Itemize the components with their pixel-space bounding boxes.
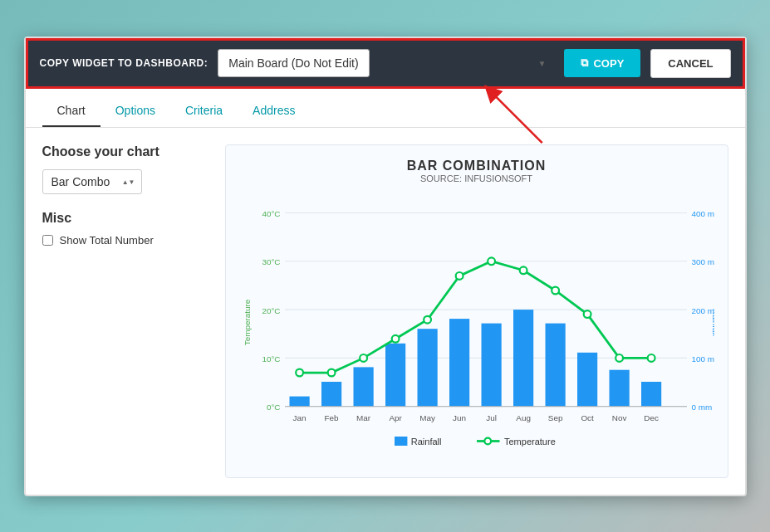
svg-text:Temperature: Temperature [243,299,252,345]
svg-text:May: May [419,413,435,422]
cancel-button[interactable]: CANCEL [650,49,730,78]
svg-point-30 [296,368,303,376]
dashboard-select-wrapper: Main Board (Do Not Edit) Secondary Board… [218,49,554,77]
tab-criteria[interactable]: Criteria [170,95,238,127]
choose-chart-title: Choose your chart [42,144,208,159]
tab-chart[interactable]: Chart [42,95,101,127]
svg-text:Rainfall: Rainfall [710,308,714,335]
chart-subtitle: SOURCE: INFUSIONSOFT [239,173,714,183]
svg-text:Jul: Jul [486,413,497,422]
svg-text:400 mm: 400 mm [691,208,714,217]
main-content: Choose your chart Bar Combo Line Pie Bar… [26,128,745,495]
svg-text:Temperature: Temperature [504,436,556,446]
svg-text:Dec: Dec [644,413,659,422]
svg-rect-25 [513,310,533,407]
copy-button[interactable]: ⧉ COPY [564,49,640,77]
svg-point-32 [360,354,367,362]
svg-text:Sep: Sep [547,413,562,422]
svg-rect-28 [609,369,629,406]
left-panel: Choose your chart Bar Combo Line Pie Bar… [42,144,208,478]
chart-area: BAR COMBINATION SOURCE: INFUSIONSOFT 40°… [225,144,728,478]
svg-rect-21 [385,343,405,406]
svg-point-58 [484,437,491,444]
bar-combo-chart: 40°C 30°C 20°C 10°C 0°C 400 mm 300 mm 20… [239,190,714,464]
svg-text:0 mm: 0 mm [691,403,712,412]
svg-point-38 [552,286,559,294]
svg-text:10°C: 10°C [262,354,280,363]
show-total-row[interactable]: Show Total Number [42,234,208,246]
svg-rect-29 [641,382,661,407]
svg-text:Mar: Mar [356,413,371,422]
chart-title: BAR COMBINATION [239,159,714,173]
svg-rect-55 [395,437,407,446]
svg-rect-22 [417,329,437,407]
svg-point-41 [647,354,655,362]
svg-text:Aug: Aug [516,413,531,422]
copy-bar: COPY WIDGET TO DASHBOARD: Main Board (Do… [28,41,743,86]
svg-text:Nov: Nov [611,413,626,422]
svg-point-33 [391,334,399,342]
svg-point-40 [616,354,623,362]
show-total-label: Show Total Number [60,234,154,246]
tabs-bar: Chart Options Criteria Address [26,89,745,128]
tab-address[interactable]: Address [238,95,310,127]
svg-rect-23 [449,319,469,407]
svg-point-35 [455,272,463,280]
chart-type-select-wrapper: Bar Combo Line Pie Bar [42,169,142,194]
svg-point-39 [583,310,591,318]
svg-text:Oct: Oct [581,413,594,422]
modal-dialog: COPY WIDGET TO DASHBOARD: Main Board (Do… [24,37,747,496]
copy-widget-label: COPY WIDGET TO DASHBOARD: [40,57,208,69]
svg-text:Jan: Jan [292,413,306,422]
copy-icon: ⧉ [581,56,588,70]
svg-text:Apr: Apr [389,413,402,422]
svg-text:Jun: Jun [453,413,466,422]
svg-rect-20 [353,367,373,406]
svg-point-37 [519,266,527,274]
svg-text:300 mm: 300 mm [691,257,714,266]
misc-title: Misc [42,211,208,226]
svg-text:100 mm: 100 mm [691,354,714,363]
svg-rect-27 [577,352,597,406]
svg-rect-19 [321,382,341,407]
svg-text:20°C: 20°C [262,305,280,315]
show-total-checkbox[interactable] [42,235,53,246]
svg-rect-18 [289,396,309,406]
copy-bar-wrapper: COPY WIDGET TO DASHBOARD: Main Board (Do… [26,38,745,89]
svg-rect-26 [545,323,565,406]
svg-text:40°C: 40°C [262,208,280,217]
svg-text:Feb: Feb [324,413,339,422]
svg-point-34 [424,315,431,323]
svg-point-31 [327,368,335,376]
svg-text:Rainfall: Rainfall [410,436,441,446]
tab-options[interactable]: Options [101,95,170,127]
misc-section: Misc Show Total Number [42,211,208,246]
svg-point-36 [488,257,495,265]
chart-type-select[interactable]: Bar Combo Line Pie Bar [42,169,142,194]
svg-text:0°C: 0°C [266,403,280,412]
svg-text:30°C: 30°C [262,257,280,266]
dashboard-select[interactable]: Main Board (Do Not Edit) Secondary Board… [218,49,370,77]
chart-container: 40°C 30°C 20°C 10°C 0°C 400 mm 300 mm 20… [239,190,714,464]
svg-rect-24 [481,323,501,406]
